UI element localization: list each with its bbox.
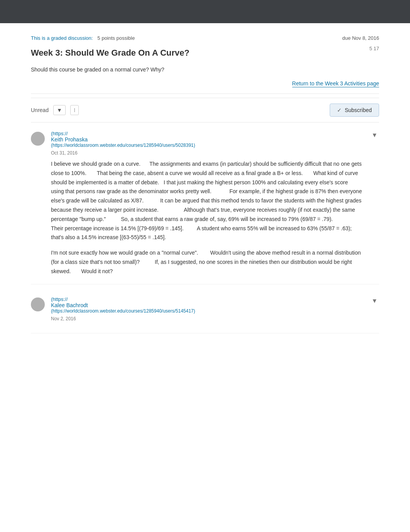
filter-icon-btn[interactable]: ▼	[53, 105, 66, 115]
post-item-1: (https:// Keith Prohaska (https://worldc…	[31, 130, 379, 284]
discussion-prompt: Should this course be graded on a normal…	[31, 66, 379, 73]
post-body-2: (https:// Kalee Bachrodt (https://worldc…	[51, 296, 362, 325]
content-outer: This is a graded discussion: 5 points po…	[0, 23, 410, 333]
subscribed-button[interactable]: ✓ Subscribed	[330, 104, 379, 117]
unread-label: Unread	[31, 107, 49, 113]
post-options-btn-2[interactable]: ▼	[370, 296, 379, 306]
post-text-1: I believe we should grade on a curve. Th…	[51, 160, 362, 242]
toolbar-row: Unread ▼ ⁝ ✓ Subscribed	[31, 98, 379, 122]
page-wrapper: This is a graded discussion: 5 points po…	[0, 0, 410, 532]
post-body-1: (https:// Keith Prohaska (https://worldc…	[51, 130, 362, 276]
discussion-title: Week 3: Should We Grade On A Curve?	[31, 48, 190, 58]
discussion-header: This is a graded discussion: 5 points po…	[31, 23, 379, 94]
post-date-2: Nov 2, 2016	[51, 316, 76, 321]
graded-info: This is a graded discussion: 5 points po…	[31, 35, 135, 41]
post-meta-1: (https:// Keith Prohaska (https://worldc…	[51, 130, 362, 156]
post-actions-1: ▼	[362, 130, 379, 276]
due-date: due Nov 8, 2016	[342, 35, 379, 41]
post-url-label-1[interactable]: (https://	[51, 131, 68, 136]
subscribed-label: Subscribed	[345, 107, 372, 113]
post-author-1[interactable]: Keith Prohaska	[51, 136, 362, 143]
post-actions-2: ▼	[362, 296, 379, 325]
sort-icon-btn[interactable]: ⁝	[70, 105, 79, 115]
check-icon: ✓	[337, 107, 342, 113]
post-options-btn-1[interactable]: ▼	[370, 130, 379, 140]
post-author-2[interactable]: Kalee Bachrodt	[51, 302, 362, 308]
points-label: 5 points possible	[97, 35, 135, 41]
avatar-1	[31, 132, 45, 146]
discussion-stats: 5 17	[369, 46, 379, 51]
avatar-2	[31, 297, 45, 311]
post-text-1b: I'm not sure exactly how we would grade …	[51, 248, 362, 276]
return-link[interactable]: Return to the Week 3 Activities page	[292, 80, 379, 87]
graded-label: This is a graded discussion:	[31, 35, 93, 41]
header-meta-row: This is a graded discussion: 5 points po…	[31, 35, 379, 41]
post-date-1: Oct 31, 2016	[51, 150, 78, 156]
post-url-label-2[interactable]: (https://	[51, 296, 68, 302]
post-item-2: (https:// Kalee Bachrodt (https://worldc…	[31, 296, 379, 333]
post-author-url-2[interactable]: (https://worldclassroom.webster.edu/cour…	[51, 308, 362, 314]
top-nav-bar	[0, 0, 410, 23]
post-meta-2: (https:// Kalee Bachrodt (https://worldc…	[51, 296, 362, 321]
toolbar-left: Unread ▼ ⁝	[31, 105, 79, 115]
post-author-url-1[interactable]: (https://worldclassroom.webster.edu/cour…	[51, 143, 362, 148]
return-link-row: Return to the Week 3 Activities page	[31, 80, 379, 87]
